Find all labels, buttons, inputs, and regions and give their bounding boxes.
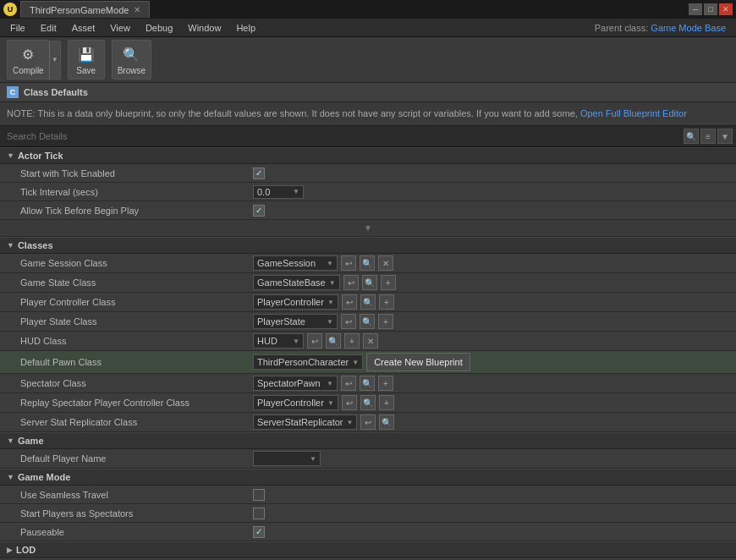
spectator-reset-btn[interactable]: ↩ xyxy=(341,376,356,391)
prop-default-player-name-label: Default Player Name xyxy=(0,452,250,465)
prop-hud-class: HUD Class HUD ▼ ↩ 🔍 + ✕ xyxy=(0,332,736,351)
filter-button[interactable]: ▼ xyxy=(717,129,733,144)
section-actor-tick[interactable]: ▼ Actor Tick xyxy=(0,147,736,164)
player-state-dropdown-arrow: ▼ xyxy=(327,318,333,326)
section-game-mode-title: Game Mode xyxy=(18,472,70,482)
open-blueprint-link[interactable]: Open Full Blueprint Editor xyxy=(580,108,687,118)
section-lod[interactable]: ▶ LOD xyxy=(0,541,736,558)
player-state-reset-btn[interactable]: ↩ xyxy=(341,314,356,329)
start-with-tick-checkbox[interactable] xyxy=(253,167,265,179)
game-session-dropdown[interactable]: GameSession ▼ xyxy=(253,255,338,271)
default-player-name-dropdown[interactable]: ▼ xyxy=(253,451,321,466)
default-pawn-dropdown[interactable]: ThirdPersonCharacter ▼ xyxy=(253,354,363,370)
tab-close-button[interactable]: ✕ xyxy=(134,5,140,14)
game-state-search-btn[interactable]: 🔍 xyxy=(362,275,377,290)
default-pawn-dropdown-value: ThirdPersonCharacter xyxy=(257,357,349,367)
prop-pauseable-label: Pauseable xyxy=(0,525,250,539)
game-state-add-btn[interactable]: + xyxy=(381,275,396,290)
pauseable-checkbox[interactable] xyxy=(253,526,265,538)
divider-after-actor-tick: ▼ xyxy=(0,220,736,237)
server-stat-search-btn[interactable]: 🔍 xyxy=(379,415,394,430)
player-controller-dropdown[interactable]: PlayerController ▼ xyxy=(253,294,338,310)
spectator-dropdown[interactable]: SpectatorPawn ▼ xyxy=(253,376,338,391)
player-controller-search-btn[interactable]: 🔍 xyxy=(360,294,376,310)
replay-spectator-add-btn[interactable]: + xyxy=(379,395,394,410)
server-stat-dropdown-arrow: ▼ xyxy=(347,419,354,426)
prop-default-pawn-label: Default Pawn Class xyxy=(0,355,250,369)
replay-spectator-reset-btn[interactable]: ↩ xyxy=(342,395,357,410)
minimize-button[interactable]: ─ xyxy=(689,3,702,15)
save-icon: 💾 xyxy=(76,44,96,64)
browse-label: Browse xyxy=(118,66,146,75)
prop-player-controller-class: Player Controller Class PlayerController… xyxy=(0,293,736,312)
title-bar: U ThirdPersonGameMode ✕ ─ □ ✕ xyxy=(0,0,736,19)
game-session-clear-btn[interactable]: ✕ xyxy=(378,255,393,271)
prop-replay-spectator-label: Replay Spectator Player Controller Class xyxy=(0,396,250,409)
use-seamless-travel-checkbox[interactable] xyxy=(253,489,265,501)
section-classes[interactable]: ▼ Classes xyxy=(0,237,736,254)
compile-button[interactable]: ⚙ Compile xyxy=(7,40,49,80)
prop-allow-tick: Allow Tick Before Begin Play xyxy=(0,201,736,220)
note-text: NOTE: This is a data only blueprint, so … xyxy=(7,108,578,118)
player-controller-reset-btn[interactable]: ↩ xyxy=(342,294,357,310)
hud-search-btn[interactable]: 🔍 xyxy=(326,333,341,349)
player-state-add-btn[interactable]: + xyxy=(378,314,393,329)
menu-help[interactable]: Help xyxy=(229,21,262,35)
player-controller-add-btn[interactable]: + xyxy=(379,294,394,310)
search-icons: 🔍 ≡ ▼ xyxy=(684,129,733,144)
hud-dropdown[interactable]: HUD ▼ xyxy=(253,333,304,349)
prop-allow-tick-value xyxy=(250,203,736,218)
menu-view[interactable]: View xyxy=(103,21,137,35)
menu-debug[interactable]: Debug xyxy=(139,21,179,35)
section-game-mode[interactable]: ▼ Game Mode xyxy=(0,469,736,486)
maximize-button[interactable]: □ xyxy=(704,3,717,15)
prop-use-seamless-travel-label: Use Seamless Travel xyxy=(0,488,250,502)
menu-edit[interactable]: Edit xyxy=(34,21,63,35)
menu-window[interactable]: Window xyxy=(181,21,228,35)
spectator-search-btn[interactable]: 🔍 xyxy=(360,376,375,391)
compile-dropdown-arrow[interactable]: ▼ xyxy=(49,41,61,80)
main-tab[interactable]: ThirdPersonGameMode ✕ xyxy=(20,1,150,18)
hud-clear-btn[interactable]: ✕ xyxy=(363,333,378,349)
hud-add-btn[interactable]: + xyxy=(344,333,360,349)
section-game-title: Game xyxy=(18,436,44,446)
hud-reset-btn[interactable]: ↩ xyxy=(307,333,322,349)
prop-server-stat-label: Server Stat Replicator Class xyxy=(0,415,250,429)
menu-file[interactable]: File xyxy=(3,21,32,35)
browse-button[interactable]: 🔍 Browse xyxy=(112,40,151,80)
prop-tick-interval: Tick Interval (secs) 0.0 ▼ xyxy=(0,183,736,201)
panel-title: Class Defaults xyxy=(24,87,88,97)
menu-asset[interactable]: Asset xyxy=(65,21,102,35)
allow-tick-checkbox[interactable] xyxy=(253,205,265,217)
grid-view-button[interactable]: ≡ xyxy=(700,129,716,144)
search-button[interactable]: 🔍 xyxy=(684,129,699,144)
game-state-dropdown-value: GameStateBase xyxy=(257,277,326,288)
search-input[interactable] xyxy=(3,129,684,143)
game-state-reset-btn[interactable]: ↩ xyxy=(343,275,359,290)
spectator-add-btn[interactable]: + xyxy=(378,376,393,391)
server-stat-dropdown[interactable]: ServerStatReplicator ▼ xyxy=(253,415,357,430)
parent-class-link[interactable]: Game Mode Base xyxy=(651,23,726,33)
tick-interval-input[interactable]: 0.0 ▼ xyxy=(253,185,304,199)
create-new-blueprint-popup[interactable]: Create New Blueprint xyxy=(366,353,470,371)
prop-player-controller-label: Player Controller Class xyxy=(0,295,250,309)
game-session-reset-btn[interactable]: ↩ xyxy=(341,255,356,271)
replay-spectator-dropdown[interactable]: PlayerController ▼ xyxy=(253,395,338,410)
section-lod-title: LOD xyxy=(16,545,36,555)
prop-spectator-class: Spectator Class SpectatorPawn ▼ ↩ 🔍 + xyxy=(0,374,736,393)
player-state-dropdown[interactable]: PlayerState ▼ xyxy=(253,314,338,329)
close-button[interactable]: ✕ xyxy=(719,3,733,15)
menu-bar: File Edit Asset View Debug Window Help P… xyxy=(0,19,736,37)
section-lod-arrow: ▶ xyxy=(7,546,13,554)
start-players-spectators-checkbox[interactable] xyxy=(253,508,265,519)
game-session-search-btn[interactable]: 🔍 xyxy=(360,255,375,271)
section-game[interactable]: ▼ Game xyxy=(0,432,736,449)
game-state-dropdown[interactable]: GameStateBase ▼ xyxy=(253,275,340,290)
save-button[interactable]: 💾 Save xyxy=(68,40,105,80)
server-stat-reset-btn[interactable]: ↩ xyxy=(360,415,376,430)
replay-spectator-search-btn[interactable]: 🔍 xyxy=(360,395,376,410)
prop-game-session-value: GameSession ▼ ↩ 🔍 ✕ xyxy=(250,254,736,272)
default-player-name-arrow: ▼ xyxy=(310,455,316,463)
tick-interval-spinner[interactable]: ▼ xyxy=(293,188,299,195)
player-state-search-btn[interactable]: 🔍 xyxy=(360,314,375,329)
